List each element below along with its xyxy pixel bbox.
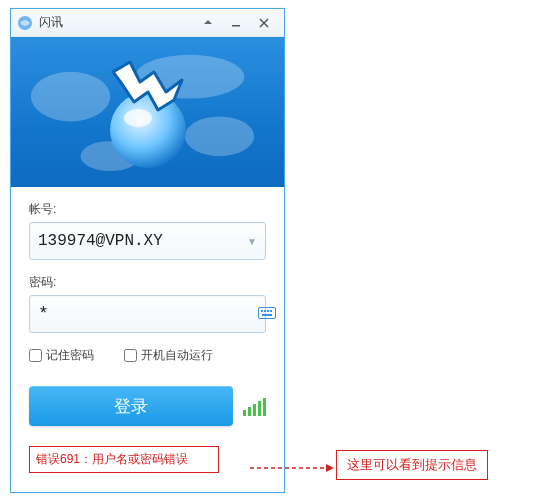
login-row: 登录 <box>29 386 266 426</box>
header-banner <box>11 37 284 187</box>
svg-point-9 <box>110 92 186 168</box>
autostart-checkbox-input[interactable] <box>124 349 137 362</box>
account-label: 帐号: <box>29 201 266 218</box>
settings-button[interactable] <box>194 13 222 33</box>
app-logo <box>88 52 208 172</box>
svg-rect-12 <box>261 310 263 312</box>
remember-password-checkbox[interactable]: 记住密码 <box>29 347 94 364</box>
password-input[interactable] <box>38 304 258 324</box>
password-field-wrap[interactable] <box>29 295 266 333</box>
autostart-label: 开机自动运行 <box>141 347 213 364</box>
account-input[interactable] <box>38 232 247 250</box>
close-button[interactable] <box>250 13 278 33</box>
app-window: 闪讯 <box>10 8 285 493</box>
annotation-callout: 这里可以看到提示信息 <box>336 450 488 480</box>
autostart-checkbox[interactable]: 开机自动运行 <box>124 347 213 364</box>
svg-rect-2 <box>232 25 240 27</box>
options-row: 记住密码 开机自动运行 <box>29 347 266 364</box>
svg-point-10 <box>124 109 152 127</box>
svg-marker-1 <box>204 20 212 24</box>
svg-marker-18 <box>326 464 334 472</box>
svg-rect-14 <box>267 310 269 312</box>
minimize-button[interactable] <box>222 13 250 33</box>
svg-rect-16 <box>262 314 272 316</box>
app-title: 闪讯 <box>39 14 194 31</box>
signal-icon <box>243 396 266 416</box>
login-form: 帐号: ▼ 密码: 记住密码 开机自 <box>11 187 284 483</box>
account-field-wrap[interactable]: ▼ <box>29 222 266 260</box>
titlebar: 闪讯 <box>11 9 284 37</box>
login-button[interactable]: 登录 <box>29 386 233 426</box>
svg-rect-15 <box>270 310 272 312</box>
chevron-down-icon[interactable]: ▼ <box>247 236 257 247</box>
svg-rect-11 <box>259 308 276 319</box>
remember-label: 记住密码 <box>46 347 94 364</box>
app-icon <box>17 15 33 31</box>
keyboard-icon[interactable] <box>258 305 276 323</box>
window-controls <box>194 13 278 33</box>
error-message: 错误691：用户名或密码错误 <box>29 446 219 473</box>
svg-rect-13 <box>264 310 266 312</box>
password-label: 密码: <box>29 274 266 291</box>
remember-checkbox-input[interactable] <box>29 349 42 362</box>
